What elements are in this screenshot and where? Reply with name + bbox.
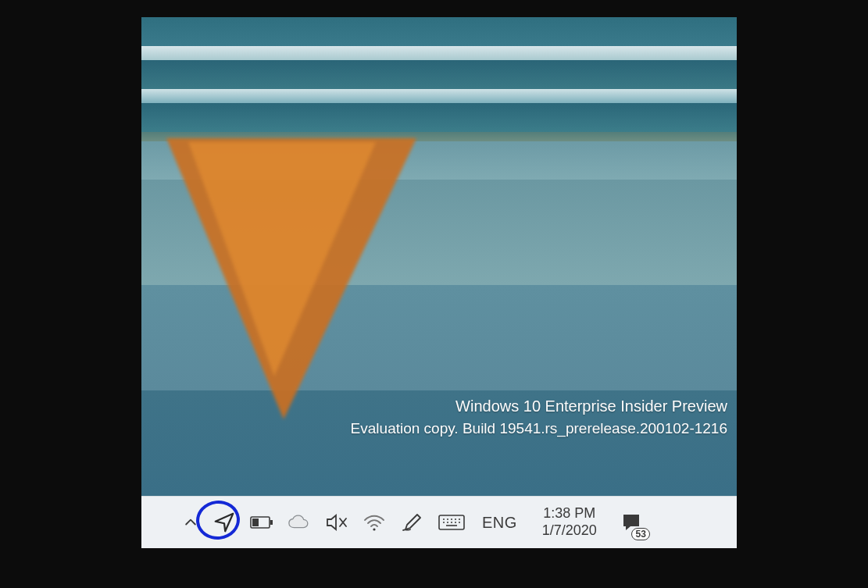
battery-icon <box>250 515 273 530</box>
wallpaper-reflection-glow <box>188 142 376 376</box>
clock-time: 1:38 PM <box>543 505 595 522</box>
windows-watermark: Windows 10 Enterprise Insider Preview Ev… <box>351 395 727 440</box>
location-arrow-icon <box>213 511 236 534</box>
tray-language-button[interactable]: ENG <box>473 497 527 548</box>
tray-location-button[interactable] <box>205 497 243 548</box>
notification-count-badge: 53 <box>631 528 649 540</box>
cloud-icon <box>288 514 311 531</box>
tray-volume-button[interactable] <box>318 497 355 548</box>
desktop-wallpaper: Windows 10 Enterprise Insider Preview Ev… <box>141 17 737 496</box>
tray-ink-button[interactable] <box>393 497 430 548</box>
tray-action-center-button[interactable]: 53 <box>613 497 653 548</box>
svg-rect-2 <box>252 519 259 526</box>
watermark-line2: Evaluation copy. Build 19541.rs_prerelea… <box>351 418 727 440</box>
tray-network-button[interactable] <box>355 497 393 548</box>
tray-overflow-button[interactable] <box>176 497 205 548</box>
language-label: ENG <box>482 514 517 532</box>
pen-icon <box>400 512 423 533</box>
volume-muted-icon <box>325 512 348 533</box>
wifi-icon <box>363 512 386 533</box>
desktop-screenshot-region: Windows 10 Enterprise Insider Preview Ev… <box>141 17 737 548</box>
svg-point-5 <box>373 528 375 530</box>
taskbar: ENG 1:38 PM 1/7/2020 53 <box>141 496 737 548</box>
clock-date: 1/7/2020 <box>542 522 597 540</box>
svg-rect-1 <box>270 520 273 525</box>
tray-onedrive-button[interactable] <box>280 497 318 548</box>
tray-clock-button[interactable]: 1:38 PM 1/7/2020 <box>527 497 613 548</box>
tray-touch-keyboard-button[interactable] <box>430 497 473 548</box>
keyboard-icon <box>438 512 466 533</box>
watermark-line1: Windows 10 Enterprise Insider Preview <box>351 395 727 418</box>
chevron-up-icon <box>183 515 198 530</box>
tray-battery-button[interactable] <box>243 497 280 548</box>
